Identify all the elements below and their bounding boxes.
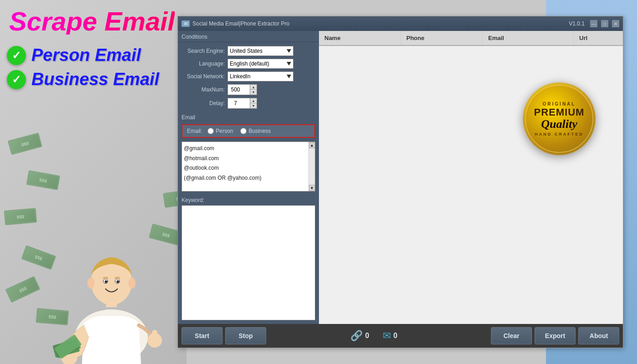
delay-down-arrow[interactable]: ▼ — [250, 103, 257, 108]
check-icon-person — [7, 46, 26, 65]
social-network-row: Social Network: LinkedIn Facebook Twitte… — [182, 71, 315, 81]
search-engine-select[interactable]: United States United Kingdom Canada Aust… — [228, 46, 293, 56]
about-button[interactable]: About — [578, 327, 619, 344]
scrape-email-title: Scrape Email — [9, 8, 175, 35]
link-icon: 🔗 — [350, 330, 363, 342]
title-bar: Social Media Email|Phone Extractor Pro V… — [178, 16, 623, 31]
right-panel: Name Phone Email Url ORIGINAL PREMIUM Qu… — [319, 31, 623, 324]
app-window: Social Media Email|Phone Extractor Pro V… — [177, 16, 623, 348]
maxnum-up-arrow[interactable]: ▲ — [250, 85, 257, 90]
filter-item[interactable]: @hotmail.com — [184, 154, 307, 164]
filter-list[interactable]: @gmail.com @hotmail.com @outlook.com (@g… — [182, 142, 308, 191]
col-header-phone: Phone — [401, 31, 483, 45]
keyword-textarea[interactable] — [182, 205, 315, 320]
money-bill: $$$ — [5, 276, 40, 303]
bottom-toolbar: Start Stop 🔗 0 ✉ 0 Clear Export About — [178, 324, 623, 348]
person-radio-option: Person — [207, 128, 233, 134]
maxnum-label: MaxNum: — [182, 86, 225, 93]
table-body-inner: ORIGINAL PREMIUM Quality HAND CRAFTED — [319, 46, 623, 324]
table-header: Name Phone Email Url — [319, 31, 623, 46]
app-icon — [182, 20, 190, 27]
delay-input[interactable]: 7 — [228, 98, 250, 108]
social-network-select[interactable]: LinkedIn Facebook Twitter Instagram — [228, 71, 293, 81]
link-count: 0 — [365, 332, 379, 340]
table-body: ORIGINAL PREMIUM Quality HAND CRAFTED — [319, 46, 623, 324]
email-radio-box: Email: Person Business — [182, 124, 315, 138]
svg-point-13 — [87, 278, 95, 288]
conditions-header: Conditions — [178, 31, 319, 42]
keyword-header: Keyword: — [178, 195, 319, 205]
money-bill: $$$ — [4, 208, 37, 225]
link-counter: 🔗 0 — [350, 330, 379, 342]
clear-button[interactable]: Clear — [491, 327, 532, 344]
language-select[interactable]: English (default) Spanish French German — [228, 59, 293, 69]
check-label-person: Person Email — [31, 46, 141, 65]
delay-spinbox: 7 ▲ ▼ — [228, 98, 257, 109]
search-engine-label: Search Engine: — [182, 48, 225, 54]
person-radio[interactable] — [207, 128, 214, 134]
start-button[interactable]: Start — [182, 327, 222, 344]
title-bar-text: Social Media Email|Phone Extractor Pro — [192, 20, 569, 27]
filter-item[interactable]: @outlook.com — [184, 163, 307, 173]
svg-point-14 — [128, 278, 136, 288]
col-header-name: Name — [319, 31, 401, 45]
person-radio-text: Person — [216, 128, 233, 134]
social-network-label: Social Network: — [182, 73, 225, 80]
delay-label: Delay: — [182, 100, 225, 106]
svg-point-11 — [105, 280, 107, 283]
filter-list-container: @gmail.com @hotmail.com @outlook.com (@g… — [182, 142, 315, 192]
email-radio-label: Email: — [187, 128, 202, 134]
maxnum-spinbox: 500 ▲ ▼ — [228, 84, 257, 95]
delay-up-arrow[interactable]: ▲ — [250, 98, 257, 103]
premium-badge-container: ORIGINAL PREMIUM Quality HAND CRAFTED — [523, 82, 596, 155]
left-panel: Conditions Search Engine: United States … — [178, 31, 319, 324]
business-radio[interactable] — [240, 128, 247, 134]
check-icon-business — [7, 70, 26, 89]
close-button[interactable]: ✕ — [612, 20, 619, 27]
mail-count: 0 — [394, 332, 407, 340]
language-row: Language: English (default) Spanish Fren… — [182, 59, 315, 69]
conditions-grid: Search Engine: United States United King… — [178, 42, 319, 112]
mail-counter: ✉ 0 — [383, 330, 407, 342]
col-header-email: Email — [483, 31, 574, 45]
person-illustration — [46, 196, 177, 364]
counter-group: 🔗 0 ✉ 0 — [269, 330, 488, 342]
svg-rect-6 — [152, 330, 157, 340]
minimize-button[interactable]: — — [590, 20, 597, 27]
maxnum-input[interactable]: 500 — [228, 85, 250, 95]
money-bill: $$$ — [26, 170, 60, 190]
filter-item[interactable]: @gmail.com — [184, 144, 307, 154]
mail-icon: ✉ — [383, 330, 391, 342]
scroll-up-arrow[interactable]: ▲ — [309, 142, 315, 148]
email-section-header: Email — [178, 112, 319, 122]
main-content: Conditions Search Engine: United States … — [178, 31, 623, 324]
business-radio-text: Business — [248, 128, 271, 134]
business-radio-option: Business — [240, 128, 271, 134]
badge-ring — [525, 85, 593, 153]
svg-point-12 — [116, 280, 119, 283]
keyword-section: Keyword: — [178, 195, 319, 324]
delay-row: Delay: 7 ▲ ▼ — [182, 98, 315, 109]
check-label-business: Business Email — [31, 70, 159, 89]
title-bar-controls: — □ ✕ — [590, 20, 619, 27]
premium-badge: ORIGINAL PREMIUM Quality HAND CRAFTED — [523, 82, 596, 155]
maxnum-row: MaxNum: 500 ▲ ▼ — [182, 84, 315, 95]
filter-item[interactable]: (@gmail.com OR @yahoo.com) — [184, 173, 307, 183]
check-item-business: Business Email — [7, 70, 159, 89]
search-engine-row: Search Engine: United States United King… — [182, 46, 315, 56]
filter-scrollbar: ▲ ▼ — [308, 142, 315, 191]
check-item-person: Person Email — [7, 46, 159, 65]
col-header-url: Url — [574, 31, 623, 45]
email-section: Email Email: Person Business @gmail.com — [178, 112, 319, 195]
stop-button[interactable]: Stop — [225, 327, 266, 344]
export-button[interactable]: Export — [535, 327, 576, 344]
money-bill: $$$ — [8, 132, 42, 155]
scroll-down-arrow[interactable]: ▼ — [309, 185, 315, 191]
language-label: Language: — [182, 61, 225, 67]
title-bar-version: V1.0.1 — [569, 20, 585, 27]
maximize-button[interactable]: □ — [601, 20, 608, 27]
maxnum-down-arrow[interactable]: ▼ — [250, 90, 257, 95]
checklist: Person Email Business Email — [7, 46, 159, 94]
